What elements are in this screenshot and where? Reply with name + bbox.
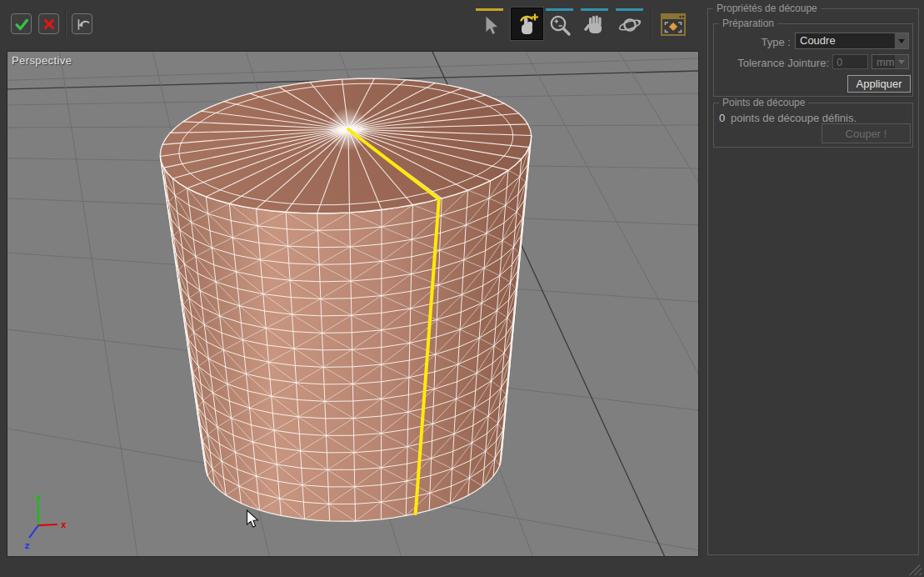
type-label: Type :	[714, 36, 791, 48]
cancel-button[interactable]	[38, 13, 59, 34]
x-icon	[42, 17, 57, 32]
frame-view-tool-button[interactable]	[657, 9, 688, 40]
preparation-title: Préparation	[719, 18, 777, 29]
panel-title: Propriétés de découpe	[713, 3, 821, 14]
hand-pan-icon	[582, 13, 607, 38]
type-dropdown-value: Coudre	[796, 33, 894, 48]
orbit-tool-indicator	[616, 8, 643, 11]
cut-points-count-label: points de découpe définis.	[731, 112, 857, 124]
toolbar-separator	[651, 10, 652, 38]
chevron-down-icon	[898, 60, 905, 64]
type-dropdown[interactable]: Coudre	[795, 33, 909, 49]
apply-button[interactable]: Appliquer	[847, 75, 911, 93]
orbit-tool-button[interactable]	[616, 12, 643, 38]
y-axis-label: y	[35, 492, 41, 503]
check-icon	[13, 16, 30, 33]
return-to-start-button[interactable]	[72, 13, 92, 34]
unit-dropdown-arrow-button	[894, 55, 908, 68]
cut-button: Couper !	[822, 123, 911, 143]
tolerance-label: Tolerance Jointure:	[714, 57, 829, 69]
3d-viewport[interactable]: Perspective y x z	[7, 51, 699, 557]
cut-properties-panel: Propriétés de découpe Préparation Type :…	[707, 8, 919, 555]
application-window: Perspective y x z Propriétés de découpe …	[0, 0, 924, 577]
frame-view-icon	[659, 12, 687, 38]
toolbar-separator	[65, 10, 66, 38]
add-cut-point-tool-button[interactable]	[511, 8, 543, 40]
cursor-arrow-icon	[477, 13, 502, 38]
unit-dropdown-value: mm	[872, 55, 894, 68]
select-tool-button[interactable]	[476, 12, 503, 38]
pan-tool-indicator	[581, 8, 608, 11]
cut-points-title: Points de découpe	[719, 97, 808, 108]
viewport-mode-label: Perspective	[12, 54, 72, 67]
axis-triad: y x z	[22, 492, 72, 555]
unit-dropdown: mm	[872, 54, 909, 69]
window-resize-grip[interactable]	[909, 564, 922, 575]
zoom-tool-indicator	[546, 8, 573, 11]
cut-points-count: 0	[719, 112, 725, 124]
x-axis-label: x	[61, 519, 67, 530]
tolerance-input	[832, 54, 868, 69]
mouse-cursor-icon	[246, 509, 261, 529]
point-hand-plus-icon	[514, 11, 541, 38]
chevron-down-icon	[898, 39, 905, 43]
select-tool-indicator	[476, 8, 503, 11]
z-axis-label: z	[24, 540, 30, 551]
type-dropdown-arrow-button[interactable]	[894, 33, 908, 48]
arrow-to-bar-icon	[74, 16, 91, 33]
validate-button[interactable]	[11, 13, 32, 34]
cut-points-group: Points de découpe 0 points de découpe dé…	[713, 103, 913, 148]
zoom-tool-button[interactable]	[546, 12, 573, 38]
magnifier-zoom-icon	[547, 13, 572, 38]
planet-orbit-icon	[617, 13, 642, 38]
scene-canvas	[7, 52, 698, 556]
preparation-group: Préparation Type : Coudre Tolerance Join…	[713, 23, 913, 97]
pan-tool-button[interactable]	[581, 12, 608, 38]
